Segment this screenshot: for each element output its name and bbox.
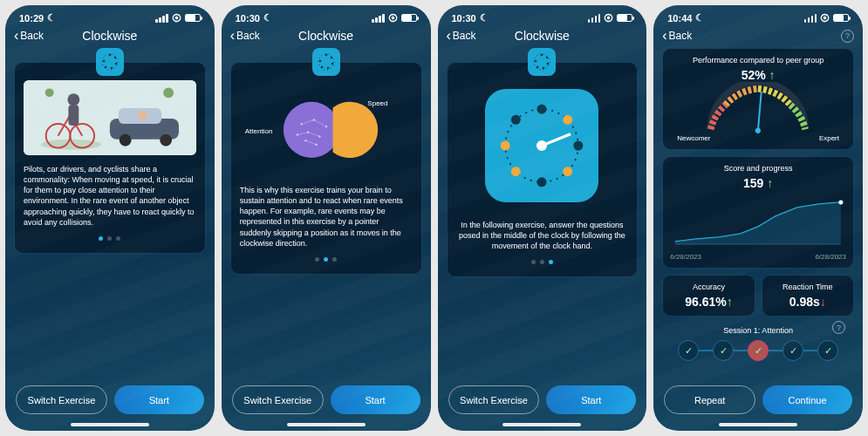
svg-point-42 xyxy=(541,54,543,57)
svg-point-26 xyxy=(318,60,321,63)
dot-3[interactable] xyxy=(332,257,337,262)
chevron-left-icon: ‹ xyxy=(14,29,18,43)
step-2[interactable]: ✓ xyxy=(713,340,734,361)
home-indicator[interactable] xyxy=(71,423,149,426)
svg-point-60 xyxy=(755,128,761,133)
dot-2[interactable] xyxy=(107,236,112,241)
dot-3[interactable] xyxy=(116,236,120,241)
chart-x0: 6/28/2023 xyxy=(670,253,701,261)
moon-icon: ☾ xyxy=(695,12,704,24)
continue-button[interactable]: Continue xyxy=(762,385,852,414)
svg-point-53 xyxy=(574,141,584,151)
home-indicator[interactable] xyxy=(287,423,366,426)
svg-point-27 xyxy=(284,102,339,158)
svg-point-58 xyxy=(511,115,521,125)
svg-point-52 xyxy=(564,115,573,125)
step-1[interactable]: ✓ xyxy=(678,340,699,361)
repeat-button[interactable]: Repeat xyxy=(664,385,755,414)
page-title: Clockwise xyxy=(515,29,570,43)
svg-point-61 xyxy=(839,201,844,205)
svg-point-4 xyxy=(111,67,113,70)
svg-point-3 xyxy=(115,63,118,65)
svg-point-11 xyxy=(67,93,79,106)
home-indicator[interactable] xyxy=(719,423,797,426)
clock: 10:30 xyxy=(236,13,260,24)
illustration xyxy=(24,80,196,155)
dot-1[interactable] xyxy=(531,260,536,264)
svg-point-21 xyxy=(325,54,327,57)
help-button[interactable]: ? xyxy=(841,30,854,43)
svg-point-55 xyxy=(537,177,547,187)
screen-results: 10:44 ☾ ⦿ ‹Back ? Performance compared t… xyxy=(653,5,863,431)
nav-bar: ‹Back Clockwise xyxy=(222,25,431,48)
status-bar: 10:30 ☾ ⦿ xyxy=(438,5,647,25)
page-dots xyxy=(456,260,629,264)
performance-label: Performance compared to peer group xyxy=(670,56,846,65)
screen-intro-1: 10:29 ☾ ⦿ ‹ Back Clockwise xyxy=(5,5,215,431)
intro-card: Pilots, car drivers, and cyclists share … xyxy=(14,62,206,254)
app-icon xyxy=(312,48,340,76)
start-button[interactable]: Start xyxy=(331,385,420,414)
progress-chart xyxy=(670,194,846,253)
chevron-left-icon: ‹ xyxy=(230,29,235,43)
svg-point-24 xyxy=(326,67,329,70)
status-bar: 10:30 ☾ ⦿ xyxy=(222,5,431,25)
svg-point-22 xyxy=(330,57,332,59)
app-icon xyxy=(96,48,124,76)
reaction-value: 0.98s↓ xyxy=(769,295,846,309)
score-value: 159 ↑ xyxy=(670,176,846,190)
session-help-button[interactable]: ? xyxy=(832,321,845,334)
battery-icon xyxy=(401,14,417,22)
back-button[interactable]: ‹ Back xyxy=(14,29,44,43)
arrow-up-icon: ↑ xyxy=(769,68,776,82)
session-label: Session 1: Attention xyxy=(662,326,854,335)
home-indicator[interactable] xyxy=(502,423,581,426)
moon-icon: ☾ xyxy=(47,12,56,24)
dot-2[interactable] xyxy=(324,257,328,262)
svg-point-16 xyxy=(160,134,172,146)
intro-text: Pilots, car drivers, and cyclists share … xyxy=(24,164,196,228)
score-card: Score and progress 159 ↑ 6/28/2023 6/28/… xyxy=(662,156,854,269)
start-button[interactable]: Start xyxy=(114,385,204,414)
dot-1[interactable] xyxy=(99,236,103,241)
nav-bar: ‹ Back Clockwise xyxy=(5,25,215,48)
svg-point-51 xyxy=(537,105,547,114)
dot-2[interactable] xyxy=(540,260,544,264)
chevron-left-icon: ‹ xyxy=(662,29,666,43)
svg-point-46 xyxy=(537,66,539,69)
back-button[interactable]: ‹Back xyxy=(447,29,476,43)
svg-point-18 xyxy=(45,88,54,97)
page-title: Clockwise xyxy=(82,29,137,43)
step-5[interactable]: ✓ xyxy=(817,340,838,361)
chart-x1: 6/28/2023 xyxy=(815,253,846,261)
app-icon xyxy=(528,48,556,76)
venn-label-speed: Speed xyxy=(367,99,387,107)
venn-label-attention: Attention xyxy=(245,127,273,135)
page-title: Clockwise xyxy=(298,29,353,43)
accuracy-value: 96.61%↑ xyxy=(670,295,747,309)
clock: 10:29 xyxy=(19,13,44,24)
intro-text: In the following exercise, answer the qu… xyxy=(456,220,629,251)
svg-line-59 xyxy=(758,92,762,131)
signal-icon xyxy=(155,14,168,23)
signal-icon xyxy=(372,14,385,23)
svg-point-54 xyxy=(564,167,573,176)
switch-exercise-button[interactable]: Switch Exercise xyxy=(448,385,540,414)
nav-bar: ‹Back ? xyxy=(653,25,863,48)
reaction-label: Reaction Time xyxy=(769,283,846,291)
switch-exercise-button[interactable]: Switch Exercise xyxy=(16,385,107,414)
dot-3[interactable] xyxy=(549,260,553,264)
svg-point-19 xyxy=(163,87,174,98)
step-4[interactable]: ✓ xyxy=(783,340,803,361)
accuracy-card: Accuracy 96.61%↑ xyxy=(662,275,755,317)
svg-point-32 xyxy=(325,126,327,127)
chevron-left-icon: ‹ xyxy=(447,29,451,43)
page-dots xyxy=(24,236,196,241)
back-button[interactable]: ‹Back xyxy=(230,29,260,43)
dot-1[interactable] xyxy=(315,257,319,262)
switch-exercise-button[interactable]: Switch Exercise xyxy=(232,385,324,414)
step-3[interactable]: ✓ xyxy=(748,340,769,361)
start-button[interactable]: Start xyxy=(546,385,636,414)
clock-illustration xyxy=(456,80,629,211)
back-button[interactable]: ‹Back xyxy=(662,29,692,43)
